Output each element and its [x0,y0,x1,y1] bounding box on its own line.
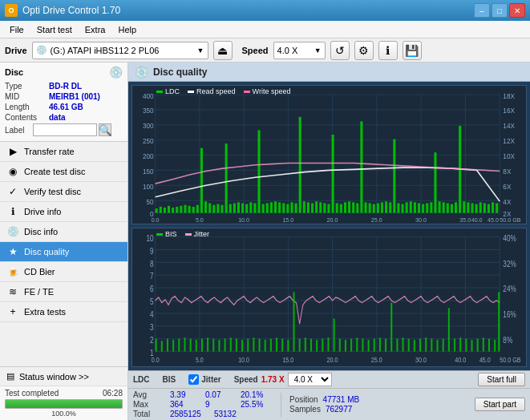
status-window-button[interactable]: ▤ Status window >> [0,367,127,386]
menu-extra[interactable]: Extra [79,23,112,36]
sidebar-item-fe-te[interactable]: ≋ FE / TE [0,282,127,302]
speed-select-dropdown[interactable]: 4.0 X [288,373,332,386]
start-full-button[interactable]: Start full [478,373,525,386]
sidebar-item-transfer-rate[interactable]: ▶ Transfer rate [0,142,127,162]
menu-file[interactable]: File [3,23,30,36]
save-button[interactable]: 💾 [403,41,422,60]
menu-start-test[interactable]: Start test [30,23,79,36]
sidebar-item-disc-info[interactable]: 💿 Disc info [0,222,127,242]
write-speed-color [244,91,250,93]
svg-text:10: 10 [146,233,153,243]
svg-rect-205 [316,340,318,352]
svg-rect-54 [180,206,182,213]
svg-rect-126 [475,204,478,213]
sidebar-item-drive-info[interactable]: ℹ Drive info [0,202,127,222]
legend-read-speed-label: Read speed [196,87,236,95]
svg-text:20.0: 20.0 [327,216,338,224]
close-button[interactable]: ✕ [509,3,525,18]
max-label: Max [133,400,157,409]
disc-mid-label: MID [5,92,49,101]
disc-mid-value: MEIRB1 (001) [49,92,100,101]
cd-bier-icon: 🍺 [6,266,19,277]
svg-text:30.0: 30.0 [415,216,427,224]
disc-quality-label: Disc quality [24,247,69,256]
legend-ldc: LDC [156,87,180,95]
settings-button[interactable]: ⚙ [354,41,374,60]
svg-rect-81 [290,202,293,212]
disc-panel-icon[interactable]: 💿 [109,66,123,79]
maximize-button[interactable]: □ [492,3,508,18]
svg-text:40%: 40% [503,233,516,243]
svg-rect-49 [160,207,162,213]
svg-rect-64 [220,205,223,213]
position-value: 47731 MB [323,395,360,404]
svg-rect-191 [236,339,237,352]
svg-rect-112 [418,203,420,212]
read-speed-color [188,91,194,93]
sidebar-item-verify-test-disc[interactable]: ✓ Verify test disc [0,182,127,202]
minimize-button[interactable]: – [474,3,490,18]
bis-color [156,233,163,236]
svg-rect-75 [266,203,269,212]
disc-header: Disc 💿 [5,66,123,79]
svg-text:16%: 16% [503,309,516,319]
drive-label: Drive [5,46,27,55]
svg-rect-130 [492,202,494,212]
info-button[interactable]: ℹ [378,41,398,60]
verify-test-disc-label: Verify test disc [24,187,81,196]
disc-mid-row: MID MEIRB1 (001) [5,92,123,101]
menu-help[interactable]: Help [111,23,143,36]
svg-rect-200 [287,340,289,352]
stats-row2: Avg 3.39 0.07 20.1% Max 364 9 25.5% Tota… [128,389,530,420]
svg-rect-211 [350,339,352,352]
start-part-button[interactable]: Start part [475,398,525,411]
sidebar-item-cd-bier[interactable]: 🍺 CD Bier [0,262,127,282]
eject-button[interactable]: ⏏ [213,41,233,60]
disc-panel: Disc 💿 Type BD-R DL MID MEIRB1 (001) Len… [0,63,127,142]
samples-label: Samples [289,405,321,414]
sidebar-item-create-test-disc[interactable]: ◉ Create test disc [0,162,127,182]
bottom-chart-svg: 10 9 8 7 6 5 4 3 2 1 40% 32% 24% 16% 8% [132,228,526,366]
ldc-col-header: LDC [133,375,150,384]
jitter-checkbox[interactable] [188,374,199,385]
svg-text:15.0: 15.0 [282,216,293,224]
speed-value: 4.0 X [277,46,298,55]
disc-info-label: Disc info [24,227,58,236]
drive-icon: 💿 [36,45,47,55]
svg-rect-183 [190,339,192,352]
svg-text:8X: 8X [503,168,511,176]
svg-rect-210 [345,340,346,352]
svg-rect-86 [311,203,314,212]
svg-rect-224 [425,337,427,351]
svg-text:18X: 18X [503,91,515,99]
svg-text:0.0: 0.0 [152,216,160,224]
extra-tests-icon: + [6,306,19,317]
progress-status-label: Test completed [5,389,59,398]
disc-label-input[interactable] [33,123,97,136]
extra-tests-label: Extra tests [24,307,66,317]
svg-rect-95 [348,201,350,212]
refresh-button[interactable]: ↺ [330,41,350,60]
svg-rect-72 [253,203,256,212]
disc-label-button[interactable]: 🔍 [99,123,111,136]
sidebar-item-disc-quality[interactable]: ★ Disc quality [0,242,127,262]
sidebar-item-extra-tests[interactable]: + Extra tests [0,302,127,322]
svg-text:7: 7 [150,271,154,281]
svg-rect-103 [381,202,383,212]
disc-contents-label: Contents [5,113,49,122]
svg-text:45.0: 45.0 [488,216,499,224]
legend-bis-label: BIS [165,230,177,238]
svg-rect-206 [322,339,323,352]
svg-rect-98 [360,121,362,212]
ldc-max: 364 [170,400,192,409]
drive-select[interactable]: 💿 (G:) ATAPI iHBS112 2 PL06 ▼ [32,42,208,59]
svg-text:40.0: 40.0 [471,216,483,224]
svg-text:3: 3 [150,322,154,332]
disc-length-row: Length 46.61 GB [5,103,123,111]
svg-rect-69 [241,203,244,212]
svg-rect-187 [212,339,214,352]
svg-text:16X: 16X [503,107,515,115]
svg-rect-204 [310,339,312,352]
speed-select[interactable]: 4.0 X ▼ [273,42,326,59]
drive-info-icon: ℹ [6,206,19,217]
